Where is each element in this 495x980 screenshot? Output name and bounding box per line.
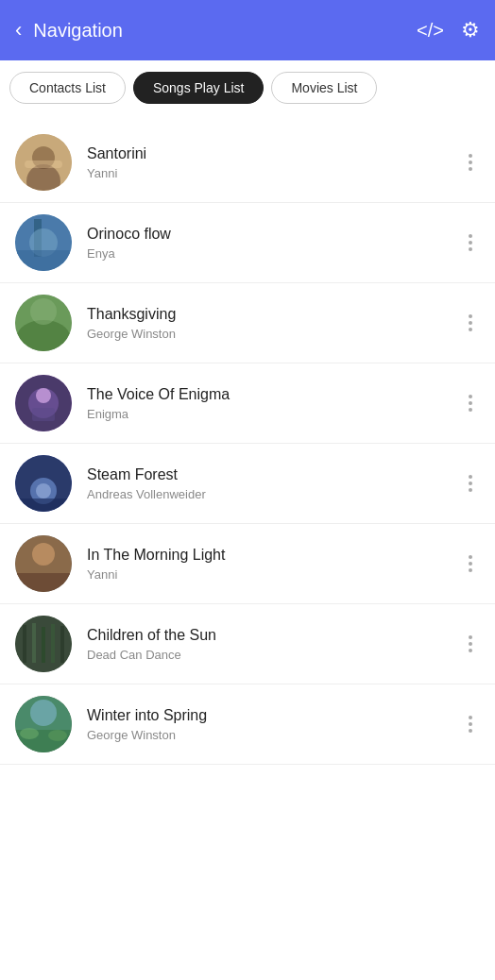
song-item: Santorini Yanni bbox=[0, 123, 495, 203]
song-avatar bbox=[15, 375, 72, 431]
menu-dot bbox=[469, 321, 472, 325]
song-artist: Andreas Vollenweider bbox=[87, 487, 461, 501]
song-title: Santorini bbox=[87, 145, 461, 162]
tab-movies[interactable]: Movies List bbox=[271, 72, 377, 104]
song-more-button[interactable] bbox=[461, 467, 480, 499]
code-icon[interactable]: </> bbox=[417, 20, 444, 42]
svg-rect-4 bbox=[25, 161, 62, 168]
menu-dot bbox=[469, 247, 472, 251]
song-info: Children of the Sun Dead Can Dance bbox=[87, 627, 461, 662]
song-info: Winter into Spring George Winston bbox=[87, 707, 461, 742]
menu-dot bbox=[469, 642, 472, 646]
song-artist: Enya bbox=[87, 246, 461, 261]
song-avatar bbox=[15, 535, 72, 592]
song-item: Orinoco flow Enya bbox=[0, 203, 495, 283]
svg-rect-9 bbox=[15, 250, 72, 271]
svg-rect-34 bbox=[60, 626, 64, 663]
song-avatar bbox=[15, 295, 72, 351]
back-button[interactable]: ‹ bbox=[15, 18, 22, 42]
song-artist: Yanni bbox=[87, 166, 461, 180]
svg-point-22 bbox=[36, 483, 51, 498]
song-title: Winter into Spring bbox=[87, 707, 461, 724]
tab-songs[interactable]: Songs Play List bbox=[133, 72, 265, 104]
menu-dot bbox=[469, 488, 472, 492]
menu-dot bbox=[469, 328, 472, 331]
song-info: In The Morning Light Yanni bbox=[87, 547, 461, 582]
song-artist: Enigma bbox=[87, 407, 461, 421]
song-info: Thanksgiving George Winston bbox=[87, 306, 461, 341]
song-more-button[interactable] bbox=[461, 628, 480, 660]
svg-rect-31 bbox=[32, 623, 36, 663]
svg-rect-32 bbox=[42, 627, 45, 663]
song-item: Steam Forest Andreas Vollenweider bbox=[0, 444, 495, 524]
song-artist: Yanni bbox=[87, 567, 461, 582]
song-title: In The Morning Light bbox=[87, 547, 461, 564]
menu-dot bbox=[469, 562, 472, 566]
menu-dot bbox=[469, 241, 472, 245]
song-more-button[interactable] bbox=[461, 307, 480, 339]
svg-point-26 bbox=[32, 543, 55, 566]
song-info: The Voice Of Enigma Enigma bbox=[87, 386, 461, 421]
song-artist: George Winston bbox=[87, 327, 461, 341]
song-title: Orinoco flow bbox=[87, 226, 461, 243]
song-more-button[interactable] bbox=[461, 387, 480, 419]
menu-dot bbox=[469, 395, 472, 398]
menu-dot bbox=[469, 161, 472, 164]
song-more-button[interactable] bbox=[461, 708, 480, 740]
song-info: Orinoco flow Enya bbox=[87, 226, 461, 261]
menu-dot bbox=[469, 482, 472, 485]
menu-dot bbox=[469, 314, 472, 318]
svg-rect-27 bbox=[15, 573, 72, 592]
song-item: The Voice Of Enigma Enigma bbox=[0, 363, 495, 444]
menu-dot bbox=[469, 154, 472, 158]
menu-dot bbox=[469, 555, 472, 559]
song-artist: George Winston bbox=[87, 728, 461, 742]
svg-point-38 bbox=[30, 700, 57, 726]
song-item: Winter into Spring George Winston bbox=[0, 684, 495, 765]
tab-bar: Contacts ListSongs Play ListMovies List bbox=[0, 60, 495, 115]
menu-dot bbox=[469, 722, 472, 726]
svg-point-13 bbox=[30, 298, 57, 325]
song-avatar bbox=[15, 455, 72, 512]
song-more-button[interactable] bbox=[461, 227, 480, 259]
song-avatar bbox=[15, 616, 72, 672]
song-info: Steam Forest Andreas Vollenweider bbox=[87, 466, 461, 501]
menu-dot bbox=[469, 167, 472, 171]
svg-rect-33 bbox=[51, 624, 55, 663]
menu-dot bbox=[469, 234, 472, 238]
gear-icon[interactable]: ⚙ bbox=[461, 18, 480, 42]
song-title: The Voice Of Enigma bbox=[87, 386, 461, 403]
song-item: Children of the Sun Dead Can Dance bbox=[0, 604, 495, 684]
song-title: Steam Forest bbox=[87, 466, 461, 483]
menu-dot bbox=[469, 635, 472, 639]
svg-point-39 bbox=[20, 728, 39, 739]
menu-dot bbox=[469, 401, 472, 405]
song-artist: Dead Can Dance bbox=[87, 648, 461, 662]
song-more-button[interactable] bbox=[461, 146, 480, 178]
menu-dot bbox=[469, 568, 472, 572]
menu-dot bbox=[469, 729, 472, 733]
song-list: Santorini Yanni Orinoco flow Enya bbox=[0, 115, 495, 772]
header-title: Navigation bbox=[33, 20, 417, 42]
svg-rect-18 bbox=[32, 408, 55, 421]
svg-rect-23 bbox=[15, 498, 72, 512]
song-more-button[interactable] bbox=[461, 548, 480, 580]
menu-dot bbox=[469, 716, 472, 719]
menu-dot bbox=[469, 408, 472, 412]
svg-point-40 bbox=[48, 730, 67, 741]
menu-dot bbox=[469, 649, 472, 652]
tab-contacts[interactable]: Contacts List bbox=[9, 72, 126, 104]
song-avatar bbox=[15, 696, 72, 752]
song-info: Santorini Yanni bbox=[87, 145, 461, 180]
song-title: Thanksgiving bbox=[87, 306, 461, 323]
song-avatar bbox=[15, 134, 72, 191]
song-title: Children of the Sun bbox=[87, 627, 461, 644]
song-item: Thanksgiving George Winston bbox=[0, 283, 495, 363]
svg-rect-30 bbox=[23, 625, 26, 663]
svg-point-17 bbox=[36, 388, 51, 403]
song-item: In The Morning Light Yanni bbox=[0, 524, 495, 604]
header: ‹ Navigation </> ⚙ bbox=[0, 0, 495, 60]
menu-dot bbox=[469, 475, 472, 479]
song-avatar bbox=[15, 214, 72, 271]
